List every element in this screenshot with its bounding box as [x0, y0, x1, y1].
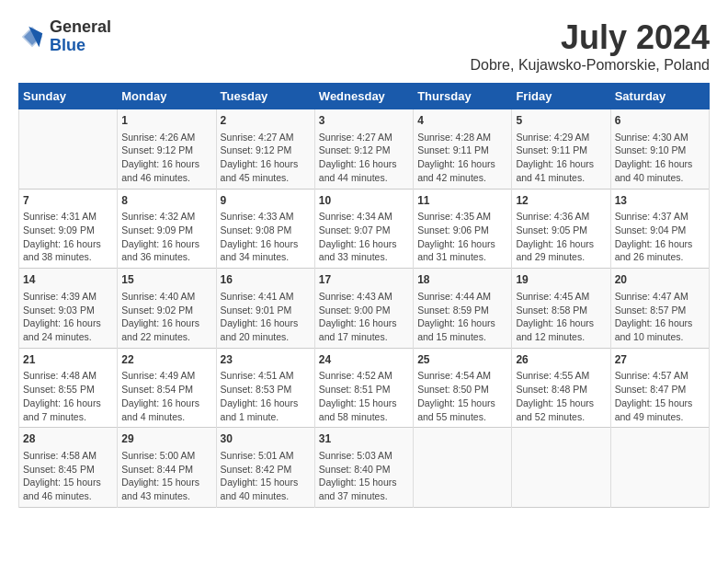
day-number: 29 [121, 431, 211, 447]
day-number: 1 [121, 113, 211, 129]
calendar-cell: 8Sunrise: 4:32 AMSunset: 9:09 PMDaylight… [118, 189, 216, 269]
calendar-cell: 13Sunrise: 4:37 AMSunset: 9:04 PMDayligh… [610, 189, 709, 269]
calendar-week-row: 28Sunrise: 4:58 AMSunset: 8:45 PMDayligh… [19, 428, 710, 508]
day-content: Sunrise: 4:32 AMSunset: 9:09 PMDaylight:… [121, 210, 211, 264]
day-number: 24 [319, 352, 409, 368]
day-number: 3 [319, 113, 409, 129]
calendar-cell: 2Sunrise: 4:27 AMSunset: 9:12 PMDaylight… [216, 109, 314, 190]
calendar-header-row: SundayMondayTuesdayWednesdayThursdayFrid… [19, 84, 710, 109]
day-content: Sunrise: 4:55 AMSunset: 8:48 PMDaylight:… [516, 369, 606, 423]
day-number: 25 [417, 352, 507, 368]
calendar-cell: 29Sunrise: 5:00 AMSunset: 8:44 PMDayligh… [118, 428, 216, 508]
day-content: Sunrise: 4:34 AMSunset: 9:07 PMDaylight:… [319, 210, 409, 264]
day-number: 4 [417, 113, 507, 129]
calendar-cell: 30Sunrise: 5:01 AMSunset: 8:42 PMDayligh… [216, 428, 314, 508]
calendar-cell: 5Sunrise: 4:29 AMSunset: 9:11 PMDaylight… [512, 109, 610, 190]
day-number: 2 [221, 113, 311, 129]
day-number: 28 [23, 431, 113, 447]
day-content: Sunrise: 4:52 AMSunset: 8:51 PMDaylight:… [319, 369, 409, 423]
calendar-week-row: 14Sunrise: 4:39 AMSunset: 9:03 PMDayligh… [19, 269, 710, 349]
day-number: 16 [221, 272, 311, 288]
day-number: 20 [615, 272, 705, 288]
calendar-cell: 3Sunrise: 4:27 AMSunset: 9:12 PMDaylight… [314, 109, 413, 190]
col-header-monday: Monday [118, 84, 216, 109]
day-content: Sunrise: 4:44 AMSunset: 8:59 PMDaylight:… [417, 290, 507, 344]
day-number: 14 [23, 272, 113, 288]
location-title: Dobre, Kujawsko-Pomorskie, Poland [470, 57, 710, 74]
calendar-cell: 17Sunrise: 4:43 AMSunset: 9:00 PMDayligh… [314, 269, 413, 349]
day-number: 11 [417, 193, 507, 209]
day-number: 9 [221, 193, 311, 209]
day-content: Sunrise: 4:40 AMSunset: 9:02 PMDaylight:… [121, 290, 211, 344]
col-header-saturday: Saturday [610, 84, 709, 109]
day-number: 6 [615, 113, 705, 129]
day-content: Sunrise: 4:51 AMSunset: 8:53 PMDaylight:… [221, 369, 311, 423]
day-number: 31 [319, 431, 409, 447]
day-content: Sunrise: 4:39 AMSunset: 9:03 PMDaylight:… [23, 290, 113, 344]
calendar-cell [414, 428, 512, 508]
day-content: Sunrise: 4:26 AMSunset: 9:12 PMDaylight:… [121, 131, 211, 185]
calendar-cell: 4Sunrise: 4:28 AMSunset: 9:11 PMDaylight… [414, 109, 512, 190]
day-number: 18 [417, 272, 507, 288]
calendar-cell: 21Sunrise: 4:48 AMSunset: 8:55 PMDayligh… [19, 348, 118, 428]
calendar-cell: 23Sunrise: 4:51 AMSunset: 8:53 PMDayligh… [216, 348, 314, 428]
day-number: 21 [23, 352, 113, 368]
day-content: Sunrise: 4:28 AMSunset: 9:11 PMDaylight:… [417, 131, 507, 185]
day-number: 26 [516, 352, 606, 368]
calendar-cell: 22Sunrise: 4:49 AMSunset: 8:54 PMDayligh… [118, 348, 216, 428]
col-header-wednesday: Wednesday [314, 84, 413, 109]
calendar-table: SundayMondayTuesdayWednesdayThursdayFrid… [18, 83, 710, 508]
calendar-cell [610, 428, 709, 508]
calendar-cell: 14Sunrise: 4:39 AMSunset: 9:03 PMDayligh… [19, 269, 118, 349]
calendar-cell: 20Sunrise: 4:47 AMSunset: 8:57 PMDayligh… [610, 269, 709, 349]
day-content: Sunrise: 4:43 AMSunset: 9:00 PMDaylight:… [319, 290, 409, 344]
day-content: Sunrise: 4:49 AMSunset: 8:54 PMDaylight:… [121, 369, 211, 423]
day-content: Sunrise: 4:35 AMSunset: 9:06 PMDaylight:… [417, 210, 507, 264]
day-number: 19 [516, 272, 606, 288]
calendar-cell: 24Sunrise: 4:52 AMSunset: 8:51 PMDayligh… [314, 348, 413, 428]
calendar-cell: 9Sunrise: 4:33 AMSunset: 9:08 PMDaylight… [216, 189, 314, 269]
day-number: 7 [23, 193, 113, 209]
calendar-week-row: 7Sunrise: 4:31 AMSunset: 9:09 PMDaylight… [19, 189, 710, 269]
day-content: Sunrise: 4:37 AMSunset: 9:04 PMDaylight:… [615, 210, 705, 264]
day-content: Sunrise: 4:47 AMSunset: 8:57 PMDaylight:… [615, 290, 705, 344]
day-number: 23 [221, 352, 311, 368]
calendar-cell: 12Sunrise: 4:36 AMSunset: 9:05 PMDayligh… [512, 189, 610, 269]
day-number: 5 [516, 113, 606, 129]
calendar-cell: 28Sunrise: 4:58 AMSunset: 8:45 PMDayligh… [19, 428, 118, 508]
day-content: Sunrise: 4:48 AMSunset: 8:55 PMDaylight:… [23, 369, 113, 423]
calendar-cell: 1Sunrise: 4:26 AMSunset: 9:12 PMDaylight… [118, 109, 216, 190]
calendar-cell: 10Sunrise: 4:34 AMSunset: 9:07 PMDayligh… [314, 189, 413, 269]
col-header-sunday: Sunday [19, 84, 118, 109]
calendar-cell [19, 109, 118, 190]
day-content: Sunrise: 5:01 AMSunset: 8:42 PMDaylight:… [221, 449, 311, 503]
day-number: 8 [121, 193, 211, 209]
logo-icon [18, 23, 46, 51]
title-area: July 2024 Dobre, Kujawsko-Pomorskie, Pol… [470, 18, 710, 74]
day-content: Sunrise: 4:36 AMSunset: 9:05 PMDaylight:… [516, 210, 606, 264]
calendar-cell: 7Sunrise: 4:31 AMSunset: 9:09 PMDaylight… [19, 189, 118, 269]
calendar-cell: 16Sunrise: 4:41 AMSunset: 9:01 PMDayligh… [216, 269, 314, 349]
day-content: Sunrise: 5:00 AMSunset: 8:44 PMDaylight:… [121, 449, 211, 503]
day-content: Sunrise: 4:54 AMSunset: 8:50 PMDaylight:… [417, 369, 507, 423]
calendar-week-row: 1Sunrise: 4:26 AMSunset: 9:12 PMDaylight… [19, 109, 710, 190]
logo: General Blue [18, 18, 111, 55]
day-number: 30 [221, 431, 311, 447]
day-content: Sunrise: 4:57 AMSunset: 8:47 PMDaylight:… [615, 369, 705, 423]
day-number: 27 [615, 352, 705, 368]
calendar-cell: 26Sunrise: 4:55 AMSunset: 8:48 PMDayligh… [512, 348, 610, 428]
calendar-cell: 15Sunrise: 4:40 AMSunset: 9:02 PMDayligh… [118, 269, 216, 349]
day-number: 12 [516, 193, 606, 209]
month-title: July 2024 [470, 18, 710, 57]
calendar-cell: 11Sunrise: 4:35 AMSunset: 9:06 PMDayligh… [414, 189, 512, 269]
day-content: Sunrise: 4:41 AMSunset: 9:01 PMDaylight:… [221, 290, 311, 344]
calendar-week-row: 21Sunrise: 4:48 AMSunset: 8:55 PMDayligh… [19, 348, 710, 428]
day-number: 13 [615, 193, 705, 209]
logo-general-label: General [50, 18, 111, 37]
logo-text: General Blue [50, 18, 111, 55]
day-number: 22 [121, 352, 211, 368]
day-content: Sunrise: 4:29 AMSunset: 9:11 PMDaylight:… [516, 131, 606, 185]
col-header-friday: Friday [512, 84, 610, 109]
calendar-cell: 6Sunrise: 4:30 AMSunset: 9:10 PMDaylight… [610, 109, 709, 190]
logo-blue-label: Blue [50, 37, 111, 55]
